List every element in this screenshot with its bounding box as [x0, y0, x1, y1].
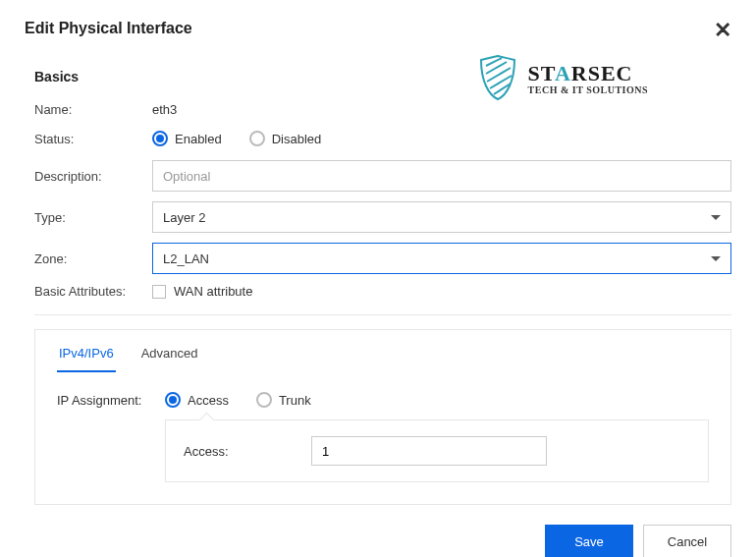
tab-advanced[interactable]: Advanced: [139, 340, 200, 372]
ip-trunk-label: Trunk: [279, 393, 311, 408]
tab-ipv4-ipv6[interactable]: IPv4/IPv6: [57, 340, 116, 372]
access-field-label: Access:: [184, 444, 311, 459]
status-label: Status:: [34, 132, 152, 146]
close-icon[interactable]: ✕: [714, 20, 731, 41]
svg-line-2: [487, 68, 511, 82]
save-button[interactable]: Save: [545, 525, 633, 557]
divider: [34, 314, 731, 315]
status-disabled-radio[interactable]: Disabled: [249, 131, 322, 146]
wan-attribute-checkbox[interactable]: WAN attribute: [152, 284, 252, 299]
type-select[interactable]: Layer 2: [152, 201, 731, 233]
chevron-down-icon: [711, 256, 721, 261]
logo-text-main: STARSEC: [528, 61, 648, 86]
type-label: Type:: [34, 210, 152, 225]
description-input[interactable]: [152, 160, 731, 192]
radio-unchecked-icon: [256, 392, 272, 408]
radio-unchecked-icon: [249, 131, 265, 146]
status-enabled-label: Enabled: [175, 132, 222, 146]
ip-trunk-radio[interactable]: Trunk: [256, 392, 311, 408]
chevron-down-icon: [711, 215, 721, 220]
status-enabled-radio[interactable]: Enabled: [152, 131, 222, 146]
zone-select[interactable]: L2_LAN: [152, 243, 731, 274]
name-label: Name:: [34, 102, 152, 117]
radio-checked-icon: [165, 392, 181, 408]
logo-text-sub: TECH & IT SOLUTIONS: [528, 84, 648, 95]
basic-attributes-label: Basic Attributes:: [34, 284, 152, 299]
dialog-title: Edit Physical Interface: [25, 20, 192, 37]
zone-value: L2_LAN: [163, 251, 209, 266]
zone-label: Zone:: [34, 251, 152, 266]
ip-access-label: Access: [188, 393, 229, 408]
shield-icon: [477, 54, 518, 101]
cancel-button[interactable]: Cancel: [643, 525, 731, 557]
status-disabled-label: Disabled: [272, 132, 322, 146]
checkbox-unchecked-icon: [152, 285, 166, 299]
ip-access-radio[interactable]: Access: [165, 392, 229, 408]
brand-logo: STARSEC TECH & IT SOLUTIONS: [477, 54, 648, 101]
wan-attribute-label: WAN attribute: [174, 284, 252, 299]
radio-checked-icon: [152, 131, 168, 146]
name-value: eth3: [152, 102, 177, 117]
description-label: Description:: [34, 169, 152, 184]
ip-assignment-label: IP Assignment:: [57, 393, 165, 408]
access-input[interactable]: [311, 436, 547, 466]
type-value: Layer 2: [163, 210, 205, 225]
